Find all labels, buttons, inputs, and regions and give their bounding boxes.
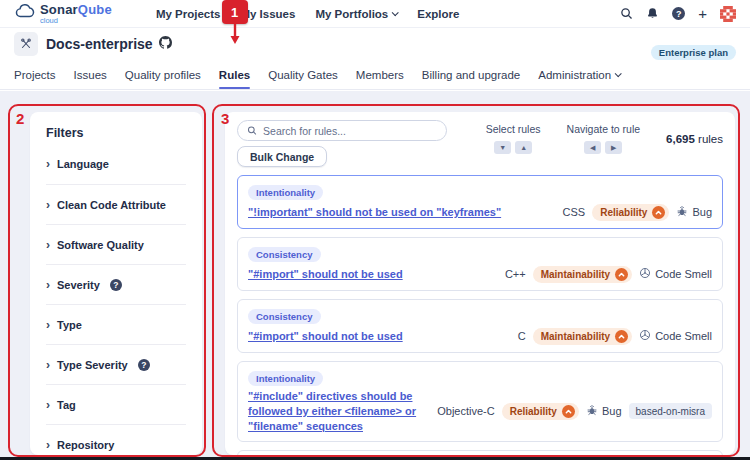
software-quality-badge: Reliability bbox=[592, 204, 669, 221]
software-quality-label: Maintainability bbox=[541, 331, 610, 342]
rule-meta: CSS Reliability Bug bbox=[563, 203, 712, 221]
tab-quality-gates[interactable]: Quality Gates bbox=[268, 60, 338, 89]
rule-title-link[interactable]: "!important" should not be used on "keyf… bbox=[248, 205, 553, 220]
rules-header: Bulk Change Select rules ▼ ▲ Navigate to… bbox=[237, 120, 723, 167]
tab-issues[interactable]: Issues bbox=[74, 60, 107, 89]
tab-administration[interactable]: Administration bbox=[538, 60, 620, 89]
github-icon[interactable] bbox=[159, 35, 172, 53]
tab-rules[interactable]: Rules 1 bbox=[219, 60, 250, 89]
filter-item-repository[interactable]: › Repository bbox=[46, 424, 186, 455]
tab-members[interactable]: Members bbox=[356, 60, 404, 89]
rule-language: C bbox=[518, 330, 526, 342]
tab-label: Issues bbox=[74, 69, 107, 81]
chevron-down-icon bbox=[615, 70, 622, 77]
filter-item-type-severity[interactable]: › Type Severity ? bbox=[46, 344, 186, 384]
filter-list: › Language › Clean Code Attribute › Soft… bbox=[46, 144, 186, 455]
rule-card[interactable]: Intentionality "#include" directives sho… bbox=[237, 361, 723, 442]
rule-card[interactable]: Intentionality "!important" should not b… bbox=[237, 175, 723, 229]
chevron-right-icon: › bbox=[46, 359, 50, 371]
navigate-to-rule-group: Navigate to rule ◀ ▶ bbox=[567, 123, 641, 154]
search-icon bbox=[247, 125, 257, 136]
bulk-change-button[interactable]: Bulk Change bbox=[237, 146, 327, 167]
filter-item-label: Type bbox=[57, 319, 82, 331]
rule-type-label: Code Smell bbox=[655, 268, 712, 280]
page-title: Docs-enterprise bbox=[46, 36, 153, 52]
sonarqube-logo[interactable]: SonarQube cloud bbox=[14, 1, 112, 26]
severity-high-icon bbox=[615, 268, 628, 281]
rules-list: Intentionality "!important" should not b… bbox=[237, 175, 723, 455]
user-avatar[interactable] bbox=[720, 6, 736, 22]
chevron-right-icon: › bbox=[46, 239, 50, 251]
tab-quality-profiles[interactable]: Quality profiles bbox=[125, 60, 201, 89]
code-smell-icon bbox=[639, 327, 651, 345]
software-quality-label: Reliability bbox=[600, 207, 647, 218]
rule-title-link[interactable]: "#include" directives should be followed… bbox=[248, 389, 427, 434]
filter-item-type[interactable]: › Type bbox=[46, 304, 186, 344]
rule-meta: C Maintainability Code Smell bbox=[518, 327, 712, 345]
nav-my-issues[interactable]: My Issues bbox=[240, 8, 295, 20]
filter-item-tag[interactable]: › Tag bbox=[46, 384, 186, 424]
rule-meta: Objective-C Reliability Bug bas bbox=[437, 402, 712, 420]
navbar-actions: ? + bbox=[620, 5, 736, 22]
chevron-right-icon: › bbox=[46, 399, 50, 411]
nav-explore[interactable]: Explore bbox=[417, 8, 459, 20]
severity-high-icon bbox=[615, 330, 628, 343]
search-icon[interactable] bbox=[620, 7, 633, 20]
rules-count: 6,695 rules bbox=[666, 123, 723, 145]
arrow-left-keycap[interactable]: ◀ bbox=[584, 141, 601, 154]
arrow-right-keycap[interactable]: ▶ bbox=[605, 141, 622, 154]
plan-badge[interactable]: Enterprise plan bbox=[651, 45, 736, 60]
filter-item-language[interactable]: › Language bbox=[46, 144, 186, 184]
rule-language: C++ bbox=[505, 268, 526, 280]
bug-icon bbox=[586, 402, 598, 420]
content-area: 2 3 Filters › Language › Clean Code Attr… bbox=[0, 91, 750, 460]
software-quality-label: Maintainability bbox=[541, 269, 610, 280]
tab-billing-and-upgrade[interactable]: Billing and upgrade bbox=[422, 60, 520, 89]
tab-bar: ProjectsIssuesQuality profilesRules 1 Qu… bbox=[0, 60, 750, 90]
rule-tag[interactable]: based-on-misra bbox=[629, 403, 712, 419]
filter-item-label: Tag bbox=[57, 399, 76, 411]
rule-language: CSS bbox=[563, 206, 586, 218]
rule-language: Objective-C bbox=[437, 405, 494, 417]
filter-item-software-quality[interactable]: › Software Quality bbox=[46, 224, 186, 264]
notifications-bell-icon[interactable] bbox=[646, 7, 659, 20]
help-icon[interactable]: ? bbox=[110, 279, 122, 291]
rules-header-right: Select rules ▼ ▲ Navigate to rule ◀ ▶ 6,… bbox=[486, 120, 723, 154]
tab-label: Administration bbox=[538, 69, 611, 81]
chevron-right-icon: › bbox=[46, 158, 50, 170]
software-quality-badge: Maintainability bbox=[533, 328, 632, 345]
nav-my-portfolios[interactable]: My Portfolios bbox=[315, 8, 397, 20]
rule-title-link[interactable]: "#import" should not be used bbox=[248, 329, 508, 344]
rule-title-link[interactable]: "#import" should not be used bbox=[248, 267, 495, 282]
tab-projects[interactable]: Projects bbox=[14, 60, 56, 89]
rule-card[interactable]: Consistency "#import" should not be used… bbox=[237, 299, 723, 353]
rules-panel: Bulk Change Select rules ▼ ▲ Navigate to… bbox=[225, 112, 735, 455]
software-quality-label: Reliability bbox=[510, 406, 557, 417]
brand-subtitle: cloud bbox=[40, 17, 112, 25]
rule-card[interactable]: Intentionality "#include" directives sho… bbox=[237, 450, 723, 455]
rule-card[interactable]: Consistency "#import" should not be used… bbox=[237, 237, 723, 291]
arrow-down-keycap[interactable]: ▼ bbox=[494, 141, 511, 154]
rule-type-label: Code Smell bbox=[655, 330, 712, 342]
arrow-up-keycap[interactable]: ▲ bbox=[515, 141, 532, 154]
filter-item-severity[interactable]: › Severity ? bbox=[46, 264, 186, 304]
filter-item-label: Language bbox=[57, 158, 109, 170]
rules-search-input[interactable] bbox=[263, 125, 437, 137]
tab-label: Members bbox=[356, 69, 404, 81]
filter-item-clean-code-attribute[interactable]: › Clean Code Attribute bbox=[46, 184, 186, 224]
chevron-down-icon bbox=[392, 9, 399, 16]
brand-name: SonarQube bbox=[40, 3, 112, 16]
help-icon[interactable]: ? bbox=[672, 7, 685, 20]
help-icon[interactable]: ? bbox=[138, 359, 150, 371]
severity-high-icon bbox=[652, 206, 665, 219]
tab-label: Projects bbox=[14, 69, 56, 81]
rule-meta: C++ Maintainability Code Smell bbox=[505, 265, 712, 283]
chevron-right-icon: › bbox=[46, 199, 50, 211]
software-quality-badge: Maintainability bbox=[533, 266, 632, 283]
rule-type-label: Bug bbox=[602, 405, 622, 417]
clean-code-attribute-badge: Intentionality bbox=[248, 185, 323, 200]
code-smell-icon bbox=[639, 265, 651, 283]
plus-icon[interactable]: + bbox=[698, 5, 707, 22]
main-nav-links: My Projects My Issues My Portfolios Expl… bbox=[156, 8, 460, 20]
nav-my-projects[interactable]: My Projects bbox=[156, 8, 221, 20]
